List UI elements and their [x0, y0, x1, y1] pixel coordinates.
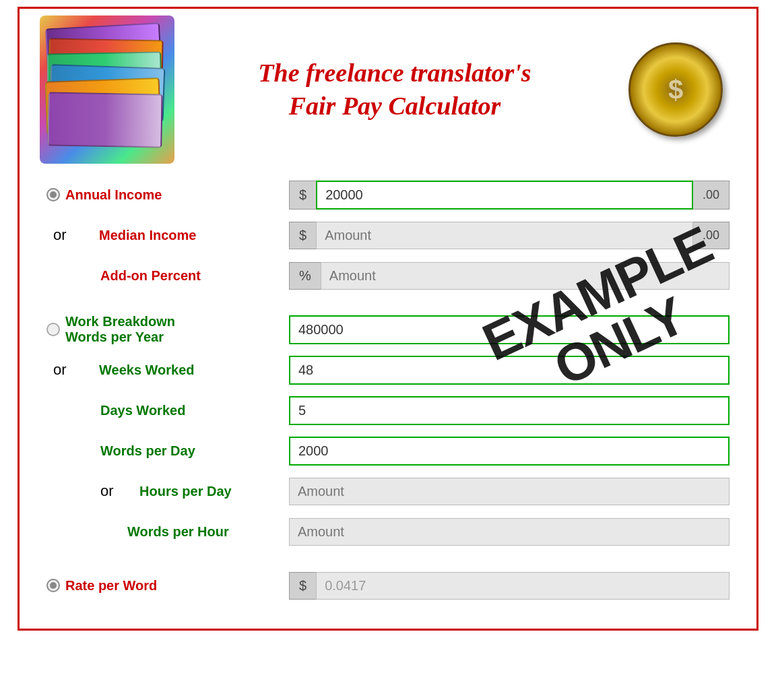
- addon-percent-symbol-prefix: %: [289, 262, 321, 290]
- page-container: EXAMPLE ONLY 500 EURO The freelance tran…: [18, 7, 758, 631]
- annual-income-input-group: $ .00: [289, 181, 730, 210]
- addon-percent-label: Add-on Percent: [100, 268, 201, 284]
- median-income-currency-prefix: $: [289, 222, 316, 249]
- median-income-row: or Median Income $ .00: [46, 218, 730, 253]
- words-per-day-input-group: [289, 437, 730, 466]
- words-per-day-input[interactable]: [289, 437, 730, 466]
- annual-income-label: Annual Income: [65, 187, 162, 203]
- hours-per-day-input-group: [289, 478, 730, 505]
- days-worked-label: Days Worked: [100, 403, 185, 418]
- hours-per-day-label: Hours per Day: [139, 484, 232, 499]
- words-per-day-row: Words per Day: [46, 433, 730, 468]
- weeks-worked-label: Weeks Worked: [99, 362, 195, 378]
- title-line1: The freelance translator's: [258, 59, 531, 87]
- main-title: The freelance translator's Fair Pay Calc…: [188, 57, 602, 123]
- or-label-3: or: [100, 482, 121, 500]
- rate-per-word-label-area: Rate per Word: [46, 578, 289, 594]
- rate-per-word-radio[interactable]: [46, 579, 60, 592]
- words-per-hour-label-area: Words per Hour: [46, 524, 289, 540]
- addon-percent-input[interactable]: [321, 262, 730, 290]
- weeks-worked-input-group: [289, 356, 730, 385]
- words-per-hour-input-group: [289, 518, 730, 546]
- dollar-roll: [628, 42, 723, 137]
- addon-percent-label-area: Add-on Percent: [46, 268, 289, 284]
- words-per-day-label: Words per Day: [100, 443, 195, 459]
- title-line2: Fair Pay Calculator: [289, 92, 501, 120]
- section-divider-1: [46, 298, 730, 312]
- rate-per-word-label: Rate per Word: [65, 578, 157, 594]
- hours-per-day-row: or Hours per Day: [46, 474, 730, 509]
- section-divider-2: [46, 554, 730, 568]
- work-breakdown-label-area: Work Breakdown Words per Year: [46, 314, 289, 345]
- or-label-1: or: [53, 226, 73, 244]
- work-breakdown-row: Work Breakdown Words per Year: [46, 312, 730, 347]
- days-worked-input-group: [289, 396, 730, 425]
- annual-income-label-area: Annual Income: [46, 187, 289, 203]
- rate-currency-prefix: $: [289, 572, 316, 600]
- rate-per-word-input-group: $: [289, 572, 730, 600]
- or-label-2: or: [53, 361, 73, 379]
- weeks-worked-input[interactable]: [289, 356, 730, 385]
- hours-per-day-label-area: or Hours per Day: [46, 482, 289, 500]
- words-per-hour-input[interactable]: [289, 518, 730, 546]
- median-income-label: Median Income: [99, 228, 196, 243]
- median-income-cents-suffix: .00: [693, 222, 730, 249]
- days-worked-label-area: Days Worked: [46, 403, 289, 418]
- form-area: Annual Income $ .00 or Median Income $ .…: [40, 177, 736, 603]
- median-income-input[interactable]: [316, 222, 693, 249]
- annual-income-row: Annual Income $ .00: [46, 177, 730, 212]
- words-per-year-label: Words per Year: [65, 329, 175, 345]
- days-worked-input[interactable]: [289, 396, 730, 425]
- annual-income-currency-prefix: $: [289, 181, 316, 210]
- rate-per-word-row: Rate per Word $: [46, 568, 730, 603]
- weeks-worked-row: or Weeks Worked: [46, 352, 730, 387]
- addon-percent-input-group: %: [289, 262, 730, 290]
- header: 500 EURO The freelance translator's Fair…: [40, 15, 736, 164]
- dollar-roll-image: [615, 15, 736, 164]
- money-stack-image: 500 EURO: [40, 15, 174, 164]
- weeks-worked-label-area: or Weeks Worked: [46, 361, 289, 379]
- addon-percent-row: Add-on Percent %: [46, 258, 730, 293]
- money-stack: 500 EURO: [43, 19, 171, 160]
- words-per-day-label-area: Words per Day: [46, 443, 289, 459]
- work-breakdown-radio[interactable]: [46, 323, 60, 336]
- annual-income-cents-suffix: .00: [693, 181, 730, 210]
- median-income-label-area: or Median Income: [46, 226, 289, 244]
- header-title: The freelance translator's Fair Pay Calc…: [174, 57, 615, 123]
- annual-income-input[interactable]: [316, 181, 693, 210]
- bill-6: [47, 92, 162, 148]
- words-per-year-input-group: [289, 315, 730, 344]
- words-per-hour-label: Words per Hour: [127, 524, 229, 540]
- words-per-year-input[interactable]: [289, 315, 730, 344]
- work-breakdown-label: Work Breakdown: [65, 314, 175, 329]
- words-per-hour-row: Words per Hour: [46, 514, 730, 549]
- hours-per-day-input[interactable]: [289, 478, 730, 505]
- annual-income-radio[interactable]: [46, 188, 60, 201]
- rate-per-word-input[interactable]: [316, 572, 730, 600]
- median-income-input-group: $ .00: [289, 222, 730, 249]
- days-worked-row: Days Worked: [46, 393, 730, 428]
